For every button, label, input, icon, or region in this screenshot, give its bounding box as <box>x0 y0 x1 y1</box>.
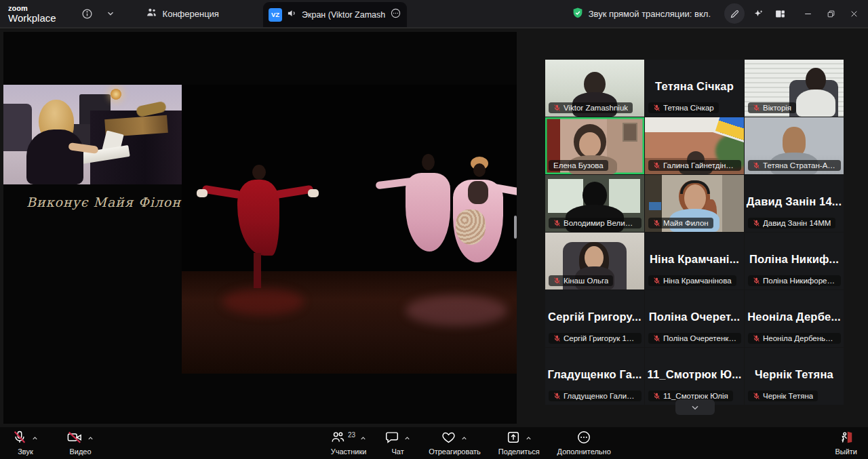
participant-tile[interactable]: Давид Занін 14... Давид Занін 14ММ <box>745 175 844 232</box>
chat-button[interactable]: Чат <box>384 429 411 459</box>
pianist-video <box>3 85 182 184</box>
performer-caption: Виконує Майя Філон <box>26 195 182 209</box>
chevron-down-icon[interactable] <box>101 4 120 23</box>
participant-name-label: Поліна Очеретенко_ФП_ <box>648 333 741 344</box>
muted-mic-icon <box>653 161 660 169</box>
video-button[interactable]: Видео <box>66 429 94 456</box>
muted-mic-icon <box>653 277 660 285</box>
stream-status: Звук прямой трансляции: вкл. <box>572 7 711 21</box>
participant-tile[interactable]: Поліна Очерет... Поліна Очеретенко_ФП_ <box>645 290 744 347</box>
participant-center-name: Неоніла Дербе... <box>745 311 844 323</box>
participants-count-badge: 23 <box>348 431 355 439</box>
participant-center-name: Ніна Крамчані... <box>645 253 744 266</box>
participant-tile-active-speaker[interactable]: Елена Бузова <box>545 117 644 174</box>
participant-center-name: Сергій Григору... <box>545 311 644 323</box>
leave-button[interactable]: Выйти <box>835 429 857 456</box>
participant-tile[interactable]: Ніна Крамчані... Ніна Крамчанінова <box>645 233 744 290</box>
participant-name-label: Сергій Григорук 1МА <box>549 333 642 344</box>
muted-mic-icon <box>753 104 760 112</box>
tab-shared-screen-label: Экран (Viktor Zamashniuk) <box>302 10 385 20</box>
dancer-pink-right <box>453 157 517 299</box>
react-options-chevron[interactable] <box>460 435 468 442</box>
participant-tile[interactable]: Майя Филон <box>645 175 744 232</box>
participant-name-label: Чернік Тетяна <box>748 391 818 401</box>
participant-tile[interactable]: Viktor Zamashniuk <box>545 60 644 117</box>
restore-window-button[interactable] <box>819 0 842 27</box>
participant-tile[interactable]: Тетяна Стратан-Артишк... <box>745 117 844 174</box>
participant-tile[interactable]: Галина Гайнетдінова <box>645 117 744 174</box>
shared-screen-top-border <box>0 27 868 28</box>
muted-mic-icon <box>553 334 561 342</box>
participants-scroll-down-button[interactable] <box>675 399 715 415</box>
muted-mic-icon <box>553 219 561 227</box>
muted-mic-icon <box>753 392 760 400</box>
participant-tile[interactable]: Поліна Никиф... Поліна Никифоренко 11... <box>745 233 844 290</box>
participant-tile[interactable]: Володимир Величко <box>545 175 644 232</box>
annotate-pencil-icon[interactable] <box>724 3 745 24</box>
participant-tile[interactable]: Чернік Тетяна Чернік Тетяна <box>745 348 844 405</box>
share-button[interactable]: Поделиться <box>498 429 540 459</box>
tab-shared-screen[interactable]: VZ Экран (Viktor Zamashniuk) <box>263 2 407 27</box>
stage-video <box>182 85 517 374</box>
leave-door-icon <box>839 430 854 446</box>
muted-mic-icon <box>553 392 561 400</box>
titlebar: zoom Workplace Конференция VZ Экран (Vik… <box>0 0 868 27</box>
chat-icon <box>384 430 399 446</box>
participant-tile[interactable]: 11_Смотрюк Ю... 11_Смотрюк Юлія <box>645 348 744 405</box>
participant-tile[interactable]: Сергій Григору... Сергій Григорук 1МА <box>545 290 644 347</box>
muted-mic-icon <box>753 277 760 285</box>
logo-zoom-text: zoom <box>8 5 56 12</box>
audio-button[interactable]: Звук <box>12 429 39 456</box>
logo-workplace-text: Workplace <box>8 13 56 23</box>
camera-off-icon <box>66 430 83 446</box>
participant-tile[interactable]: Вікторія <box>745 60 844 117</box>
meeting-toolbar: Звук Видео 23 <box>0 427 868 459</box>
participants-options-chevron[interactable] <box>359 435 367 442</box>
participant-center-name: Поліна Очерет... <box>645 311 744 323</box>
info-icon[interactable] <box>78 4 97 23</box>
participant-name-label: Тетяна Стратан-Артишк... <box>748 160 841 171</box>
react-button[interactable]: Отреагировать <box>429 429 481 459</box>
participant-name-label: Неоніла Дербеньова <box>748 333 841 344</box>
titlebar-right: Звук прямой трансляции: вкл. <box>572 0 868 27</box>
audio-options-chevron[interactable] <box>31 435 39 442</box>
participant-tile[interactable]: Гладущенко Га... Гладущенко Галина 24М..… <box>545 348 644 405</box>
participant-name-label: Вікторія <box>748 102 796 113</box>
participant-center-name: Гладущенко Га... <box>545 368 644 381</box>
more-button[interactable]: Дополнительно <box>557 429 611 459</box>
video-options-chevron[interactable] <box>87 435 94 442</box>
tab-more-options-icon[interactable] <box>390 7 401 22</box>
chat-options-chevron[interactable] <box>403 435 411 442</box>
participants-icon <box>330 430 345 446</box>
zoom-workplace-logo: zoom Workplace <box>8 5 56 23</box>
scrollbar-thumb[interactable] <box>514 216 517 239</box>
participant-tile[interactable]: Тетяна Січкар Тетяна Січкар <box>645 60 744 117</box>
participant-tile[interactable]: Неоніла Дербе... Неоніла Дербеньова <box>745 290 844 347</box>
more-ellipsis-icon <box>576 430 591 446</box>
view-layout-icon[interactable] <box>770 4 789 23</box>
ai-companion-icon[interactable] <box>749 4 768 23</box>
participant-center-name: Тетяна Січкар <box>645 80 744 93</box>
participant-name-label: Ніна Крамчанінова <box>648 275 736 286</box>
muted-mic-icon <box>553 277 561 285</box>
participants-button[interactable]: 23 Участники <box>330 429 367 459</box>
speaker-icon <box>287 8 297 21</box>
tab-conference-label: Конференция <box>163 9 219 19</box>
participant-center-name: Поліна Никиф... <box>745 253 844 266</box>
participant-tile[interactable]: Кінаш Ольга <box>545 233 644 290</box>
participant-name-label: Майя Филон <box>648 218 713 228</box>
shared-screen-view: Виконує Майя Філон <box>3 32 517 424</box>
participant-name-label: Володимир Величко <box>549 218 642 228</box>
muted-mic-icon <box>753 219 760 227</box>
muted-mic-icon <box>753 161 760 169</box>
minimize-button[interactable] <box>796 0 819 27</box>
tab-conference[interactable]: Конференция <box>139 3 226 24</box>
heart-icon <box>441 430 456 446</box>
close-button[interactable] <box>842 0 865 27</box>
participant-name-label: Поліна Никифоренко 11... <box>748 275 841 286</box>
share-options-chevron[interactable] <box>525 435 532 442</box>
muted-mic-icon <box>653 334 660 342</box>
shield-check-icon <box>572 7 584 21</box>
toolbar-center-group: 23 Участники Чат <box>330 427 611 459</box>
muted-mic-icon <box>553 104 561 112</box>
